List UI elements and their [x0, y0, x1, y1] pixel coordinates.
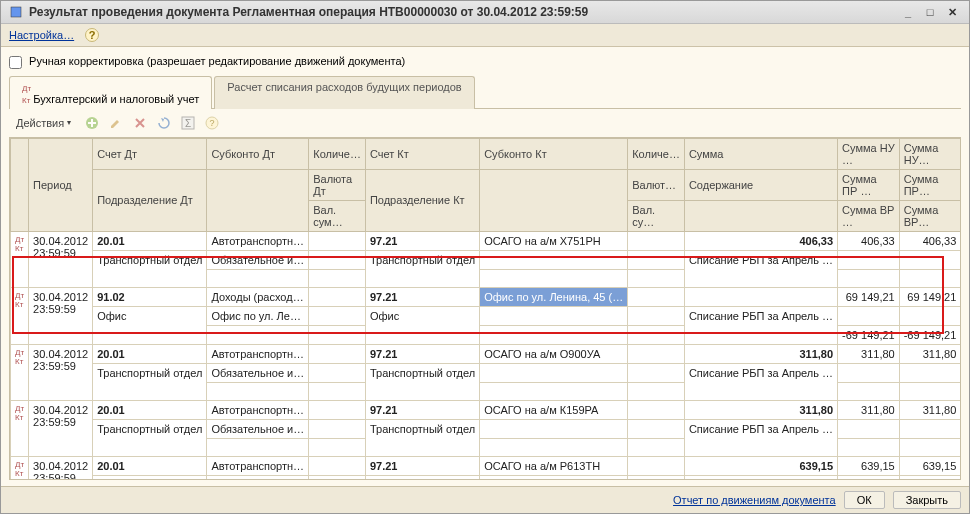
cell-podr-kt: Офис: [365, 306, 479, 344]
close-button[interactable]: ✕: [943, 5, 961, 19]
cell-soder: Списание РБП за Апрель …: [684, 363, 837, 400]
manual-edit-checkbox[interactable]: [9, 56, 22, 69]
close-footer-button[interactable]: Закрыть: [893, 491, 961, 509]
cell-sumvr1: [838, 382, 900, 400]
col-sumvr2[interactable]: Сумма ВР…: [899, 200, 961, 231]
help-toolbar-icon[interactable]: ?: [202, 113, 222, 133]
col-sumpr2[interactable]: Сумма ПР…: [899, 169, 961, 200]
actions-button[interactable]: Действия: [9, 114, 78, 132]
cell-schet-kt: 97.21: [365, 456, 479, 475]
table-row[interactable]: Офис Офис по ул. Ле… Офис Списание РБП з…: [11, 306, 962, 325]
cell-subk-kt: ОСАГО на а/м К159РА: [480, 400, 628, 419]
tab-expenses[interactable]: Расчет списания расходов будущих периодо…: [214, 76, 474, 109]
col-sumnu1[interactable]: Сумма НУ …: [838, 138, 900, 169]
col-valsum[interactable]: Вал. сум…: [309, 200, 366, 231]
col-kolich[interactable]: Количе…: [309, 138, 366, 169]
cell-summa: [684, 287, 837, 306]
refresh-icon[interactable]: [154, 113, 174, 133]
col-kolich2[interactable]: Количе…: [628, 138, 685, 169]
cell-subk-kt: ОСАГО на а/м Х751РН: [480, 231, 628, 250]
col-subk-dt[interactable]: Субконто Дт: [207, 138, 309, 169]
col-summa[interactable]: Сумма: [684, 138, 837, 169]
app-icon: [9, 5, 23, 19]
cell-sumnu2: 639,15: [899, 456, 961, 475]
col-podr-kt[interactable]: Подразделение Кт: [365, 169, 479, 231]
cell-podr-kt: Транспортный отдел: [365, 363, 479, 400]
cell-subk-dt: Автотранспортн…: [207, 231, 309, 250]
col-sumnu2[interactable]: Сумма НУ…: [899, 138, 961, 169]
dtkt-icon: ДтКт: [11, 231, 29, 287]
cell-schet-kt: 97.21: [365, 400, 479, 419]
table-row[interactable]: Транспортный отдел Обязательное и… Транс…: [11, 363, 962, 382]
cell-subk-dt: Автотранспортн…: [207, 344, 309, 363]
table-row[interactable]: ДтКт 30.04.201223:59:59 20.01 Автотрансп…: [11, 400, 962, 419]
cell-schet-dt: 20.01: [93, 344, 207, 363]
cell-period: 30.04.201223:59:59: [29, 400, 93, 456]
col-val-dt[interactable]: Валюта Дт: [309, 169, 366, 200]
report-link[interactable]: Отчет по движениям документа: [673, 494, 836, 506]
table-row[interactable]: ДтКт 30.04.201223:59:59 20.01 Автотрансп…: [11, 344, 962, 363]
table-row[interactable]: Транспортный отдел Обязательное и… Транс…: [11, 250, 962, 269]
cell-schet-dt: 91.02: [93, 287, 207, 306]
cell-sumnu1: 639,15: [838, 456, 900, 475]
col-podr-dt[interactable]: Подразделение Дт: [93, 169, 207, 231]
cell-period: 30.04.201223:59:59: [29, 344, 93, 400]
help-icon[interactable]: ?: [85, 28, 99, 42]
col-val-kt[interactable]: Валют…: [628, 169, 685, 200]
cell-podr-kt: Транспортный отдел: [365, 475, 479, 480]
svg-text:?: ?: [210, 118, 215, 128]
cell-sumnu1: 69 149,21: [838, 287, 900, 306]
table-row[interactable]: ДтКт 30.04.201223:59:59 20.01 Автотрансп…: [11, 456, 962, 475]
col-subk-kt[interactable]: Субконто Кт: [480, 138, 628, 169]
svg-text:Σ: Σ: [185, 118, 191, 129]
footer: Отчет по движениям документа ОК Закрыть: [1, 486, 969, 513]
cell-summa: 311,80: [684, 400, 837, 419]
delete-icon[interactable]: [130, 113, 150, 133]
cell-summa: 406,33: [684, 231, 837, 250]
cell-subk-dt2: Обязательное и…: [207, 419, 309, 438]
table-wrap[interactable]: Период Счет Дт Субконто Дт Количе… Счет …: [9, 137, 961, 480]
sum-icon[interactable]: Σ: [178, 113, 198, 133]
cell-soder: Списание РБП за Апрель …: [684, 475, 837, 480]
settings-link[interactable]: Настройка…: [9, 29, 74, 41]
edit-icon[interactable]: [106, 113, 126, 133]
cell-sumvr1: -69 149,21: [838, 325, 900, 344]
col-soder[interactable]: Содержание: [684, 169, 837, 200]
tab-accounting[interactable]: ДтКтБухгалтерский и налоговый учет: [9, 76, 212, 109]
cell-subk-kt: ОСАГО на а/м О900УА: [480, 344, 628, 363]
col-valsu[interactable]: Вал. су…: [628, 200, 685, 231]
add-icon[interactable]: [82, 113, 102, 133]
table-row[interactable]: Транспортный отдел Обязательное и… Транс…: [11, 475, 962, 480]
cell-sumnu2: 69 149,21: [899, 287, 961, 306]
table-row[interactable]: Транспортный отдел Обязательное и… Транс…: [11, 419, 962, 438]
cell-soder: Списание РБП за Апрель …: [684, 250, 837, 287]
cell-podr-dt: Транспортный отдел: [93, 363, 207, 400]
col-sumvr1[interactable]: Сумма ВР …: [838, 200, 900, 231]
cell-subk-dt: Автотранспортн…: [207, 400, 309, 419]
ok-button[interactable]: ОК: [844, 491, 885, 509]
dtkt-icon: ДтКт: [11, 344, 29, 400]
cell-summa: 639,15: [684, 456, 837, 475]
titlebar: Результат проведения документа Регламент…: [1, 1, 969, 24]
col-schet-dt[interactable]: Счет Дт: [93, 138, 207, 169]
minimize-button[interactable]: _: [899, 5, 917, 19]
col-sumpr1[interactable]: Сумма ПР …: [838, 169, 900, 200]
cell-podr-dt: Транспортный отдел: [93, 475, 207, 480]
table-row[interactable]: ДтКт 30.04.201223:59:59 20.01 Автотрансп…: [11, 231, 962, 250]
cell-podr-dt: Транспортный отдел: [93, 250, 207, 287]
cell-sumvr2: [899, 382, 961, 400]
col-schet-kt[interactable]: Счет Кт: [365, 138, 479, 169]
table-row[interactable]: ДтКт 30.04.201223:59:59 91.02 Доходы (ра…: [11, 287, 962, 306]
cell-sumvr1: [838, 269, 900, 287]
col-period[interactable]: Период: [29, 138, 93, 231]
cell-sumvr1: [838, 438, 900, 456]
cell-schet-dt: 20.01: [93, 456, 207, 475]
cell-subk-kt: Офис по ул. Ленина, 45 (…: [480, 287, 628, 306]
menubar: Настройка… ?: [1, 24, 969, 47]
maximize-button[interactable]: □: [921, 5, 939, 19]
cell-subk-dt2: Обязательное и…: [207, 475, 309, 480]
cell-sumnu2: 311,80: [899, 344, 961, 363]
dtkt-icon: ДтКт: [11, 456, 29, 480]
cell-sumnu1: 311,80: [838, 400, 900, 419]
cell-subk-dt2: Офис по ул. Ле…: [207, 306, 309, 325]
